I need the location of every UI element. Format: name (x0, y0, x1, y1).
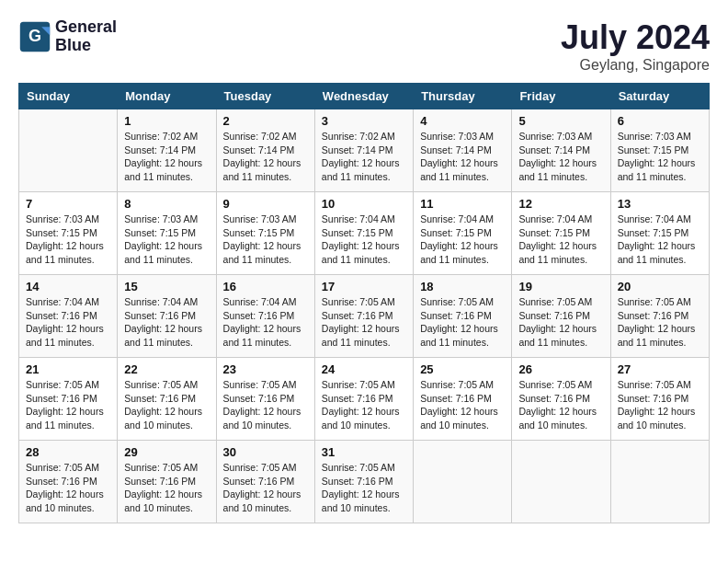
calendar-cell: 26 Sunrise: 7:05 AMSunset: 7:16 PMDaylig… (512, 358, 610, 441)
day-info: Sunrise: 7:04 AMSunset: 7:16 PMDaylight:… (26, 295, 110, 350)
day-number: 31 (322, 445, 406, 459)
logo-line1: General (55, 18, 117, 37)
day-number: 6 (618, 114, 702, 128)
calendar-cell: 21 Sunrise: 7:05 AMSunset: 7:16 PMDaylig… (19, 358, 118, 441)
day-number: 24 (322, 362, 406, 376)
logo-icon: G (18, 20, 51, 53)
day-info: Sunrise: 7:03 AMSunset: 7:14 PMDaylight:… (518, 130, 603, 184)
day-number: 21 (26, 362, 110, 376)
day-info: Sunrise: 7:05 AMSunset: 7:16 PMDaylight:… (322, 295, 406, 350)
calendar-cell: 1 Sunrise: 7:02 AMSunset: 7:14 PMDayligh… (118, 109, 216, 192)
day-number: 20 (618, 280, 702, 293)
day-info: Sunrise: 7:05 AMSunset: 7:16 PMDaylight:… (124, 461, 209, 515)
day-number: 11 (420, 197, 505, 211)
day-number: 3 (322, 114, 406, 128)
calendar-cell: 7 Sunrise: 7:03 AMSunset: 7:15 PMDayligh… (19, 192, 118, 275)
calendar-table: SundayMondayTuesdayWednesdayThursdayFrid… (18, 83, 710, 523)
logo-text: General Blue (55, 18, 117, 55)
day-info: Sunrise: 7:05 AMSunset: 7:16 PMDaylight:… (618, 378, 702, 432)
calendar-cell: 23 Sunrise: 7:05 AMSunset: 7:16 PMDaylig… (216, 358, 314, 441)
day-number: 13 (618, 197, 702, 211)
week-row: 1 Sunrise: 7:02 AMSunset: 7:14 PMDayligh… (19, 109, 710, 192)
day-info: Sunrise: 7:04 AMSunset: 7:16 PMDaylight:… (124, 295, 209, 350)
month-year: July 2024 (561, 18, 710, 57)
day-info: Sunrise: 7:05 AMSunset: 7:16 PMDaylight:… (420, 295, 505, 350)
calendar-cell: 8 Sunrise: 7:03 AMSunset: 7:15 PMDayligh… (118, 192, 216, 275)
col-header-saturday: Saturday (610, 84, 709, 109)
calendar-cell: 29 Sunrise: 7:05 AMSunset: 7:16 PMDaylig… (118, 441, 216, 523)
week-row: 28 Sunrise: 7:05 AMSunset: 7:16 PMDaylig… (19, 441, 710, 523)
day-info: Sunrise: 7:05 AMSunset: 7:16 PMDaylight:… (518, 378, 603, 432)
title-block: July 2024 Geylang, Singapore (561, 18, 710, 74)
day-number: 9 (223, 197, 308, 211)
calendar-cell: 15 Sunrise: 7:04 AMSunset: 7:16 PMDaylig… (118, 275, 216, 358)
calendar-cell: 4 Sunrise: 7:03 AMSunset: 7:14 PMDayligh… (414, 109, 512, 192)
day-info: Sunrise: 7:02 AMSunset: 7:14 PMDaylight:… (124, 130, 209, 184)
day-number: 23 (223, 362, 308, 376)
col-header-monday: Monday (118, 84, 216, 109)
week-row: 7 Sunrise: 7:03 AMSunset: 7:15 PMDayligh… (19, 192, 710, 275)
day-number: 10 (322, 197, 406, 211)
day-info: Sunrise: 7:03 AMSunset: 7:14 PMDaylight:… (420, 130, 505, 184)
logo: G General Blue (18, 18, 117, 55)
day-info: Sunrise: 7:05 AMSunset: 7:16 PMDaylight:… (26, 461, 110, 515)
col-header-friday: Friday (512, 84, 610, 109)
day-number: 26 (518, 362, 603, 376)
page-header: G General Blue July 2024 Geylang, Singap… (18, 18, 710, 74)
day-info: Sunrise: 7:05 AMSunset: 7:16 PMDaylight:… (618, 295, 702, 350)
day-info: Sunrise: 7:05 AMSunset: 7:16 PMDaylight:… (26, 378, 110, 432)
calendar-cell (512, 441, 610, 523)
day-info: Sunrise: 7:04 AMSunset: 7:16 PMDaylight:… (223, 295, 308, 350)
day-info: Sunrise: 7:04 AMSunset: 7:15 PMDaylight:… (420, 213, 505, 267)
calendar-cell: 28 Sunrise: 7:05 AMSunset: 7:16 PMDaylig… (19, 441, 118, 523)
calendar-cell: 2 Sunrise: 7:02 AMSunset: 7:14 PMDayligh… (216, 109, 314, 192)
calendar-cell: 14 Sunrise: 7:04 AMSunset: 7:16 PMDaylig… (19, 275, 118, 358)
location: Geylang, Singapore (561, 57, 710, 74)
day-number: 5 (518, 114, 603, 128)
day-info: Sunrise: 7:05 AMSunset: 7:16 PMDaylight:… (420, 378, 505, 432)
day-info: Sunrise: 7:02 AMSunset: 7:14 PMDaylight:… (322, 130, 406, 184)
day-info: Sunrise: 7:04 AMSunset: 7:15 PMDaylight:… (618, 213, 702, 267)
calendar-cell: 24 Sunrise: 7:05 AMSunset: 7:16 PMDaylig… (314, 358, 413, 441)
week-row: 14 Sunrise: 7:04 AMSunset: 7:16 PMDaylig… (19, 275, 710, 358)
day-number: 30 (223, 445, 308, 459)
calendar-cell: 17 Sunrise: 7:05 AMSunset: 7:16 PMDaylig… (314, 275, 413, 358)
calendar-cell: 27 Sunrise: 7:05 AMSunset: 7:16 PMDaylig… (610, 358, 709, 441)
day-number: 12 (518, 197, 603, 211)
day-number: 28 (26, 445, 110, 459)
day-number: 7 (26, 197, 110, 211)
day-number: 18 (420, 280, 505, 293)
col-header-sunday: Sunday (19, 84, 118, 109)
day-number: 4 (420, 114, 505, 128)
logo-line2: Blue (55, 37, 117, 55)
calendar-cell: 22 Sunrise: 7:05 AMSunset: 7:16 PMDaylig… (118, 358, 216, 441)
day-number: 2 (223, 114, 308, 128)
calendar-cell: 30 Sunrise: 7:05 AMSunset: 7:16 PMDaylig… (216, 441, 314, 523)
day-info: Sunrise: 7:03 AMSunset: 7:15 PMDaylight:… (223, 213, 308, 267)
header-row: SundayMondayTuesdayWednesdayThursdayFrid… (19, 84, 710, 109)
calendar-cell (414, 441, 512, 523)
calendar-cell: 5 Sunrise: 7:03 AMSunset: 7:14 PMDayligh… (512, 109, 610, 192)
calendar-cell (610, 441, 709, 523)
week-row: 21 Sunrise: 7:05 AMSunset: 7:16 PMDaylig… (19, 358, 710, 441)
day-number: 8 (124, 197, 209, 211)
calendar-cell: 6 Sunrise: 7:03 AMSunset: 7:15 PMDayligh… (610, 109, 709, 192)
calendar-cell: 16 Sunrise: 7:04 AMSunset: 7:16 PMDaylig… (216, 275, 314, 358)
day-number: 17 (322, 280, 406, 293)
day-info: Sunrise: 7:05 AMSunset: 7:16 PMDaylight:… (518, 295, 603, 350)
calendar-cell: 20 Sunrise: 7:05 AMSunset: 7:16 PMDaylig… (610, 275, 709, 358)
day-info: Sunrise: 7:03 AMSunset: 7:15 PMDaylight:… (124, 213, 209, 267)
day-info: Sunrise: 7:02 AMSunset: 7:14 PMDaylight:… (223, 130, 308, 184)
calendar-cell: 9 Sunrise: 7:03 AMSunset: 7:15 PMDayligh… (216, 192, 314, 275)
calendar-cell: 3 Sunrise: 7:02 AMSunset: 7:14 PMDayligh… (314, 109, 413, 192)
calendar-cell: 12 Sunrise: 7:04 AMSunset: 7:15 PMDaylig… (512, 192, 610, 275)
col-header-tuesday: Tuesday (216, 84, 314, 109)
day-info: Sunrise: 7:05 AMSunset: 7:16 PMDaylight:… (223, 378, 308, 432)
calendar-cell: 25 Sunrise: 7:05 AMSunset: 7:16 PMDaylig… (414, 358, 512, 441)
day-number: 29 (124, 445, 209, 459)
day-number: 27 (618, 362, 702, 376)
calendar-cell (19, 109, 118, 192)
day-number: 19 (518, 280, 603, 293)
col-header-thursday: Thursday (414, 84, 512, 109)
day-info: Sunrise: 7:04 AMSunset: 7:15 PMDaylight:… (518, 213, 603, 267)
